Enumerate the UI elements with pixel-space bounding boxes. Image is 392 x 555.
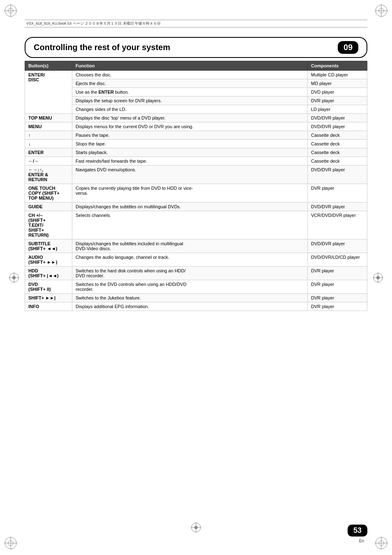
component-cell: DVR player bbox=[308, 267, 367, 280]
function-cell: Changes the audio language, channel or t… bbox=[72, 253, 308, 267]
component-cell: DVD/DVR player bbox=[308, 203, 367, 211]
component-cell: DVR player bbox=[308, 97, 367, 105]
button-cell: ↓ bbox=[25, 140, 72, 148]
button-cell: GUIDE bbox=[25, 203, 72, 211]
function-cell: Displays/changes the subtitles included … bbox=[72, 240, 308, 253]
table-row: CH +/–(SHIFT+T.EDIT/SHIFT+RETURN) Select… bbox=[25, 211, 367, 240]
function-cell: Switches to the DVD controls when using … bbox=[72, 280, 308, 294]
button-cell: SUBTITLE(SHIFT+ ◄◄) bbox=[25, 240, 72, 253]
table-row: ←/→ Fast rewinds/fast forwards the tape.… bbox=[25, 157, 367, 166]
table-row: ↑ Pauses the tape. Cassette deck bbox=[25, 131, 367, 140]
function-cell: Pauses the tape. bbox=[72, 131, 308, 140]
component-cell: Multiple CD player bbox=[308, 71, 367, 79]
component-cell: VCR/DVD/DVR player bbox=[308, 211, 367, 240]
file-reference-bar: VSX_918_818_KU.book 53 ページ ２００８年５月１５日 木曜… bbox=[25, 20, 367, 28]
table-header-button: Button(s) bbox=[25, 61, 72, 71]
page-language: En bbox=[359, 539, 364, 543]
chapter-header: Controlling the rest of your system 09 bbox=[25, 37, 367, 58]
corner-mark-tr bbox=[374, 3, 389, 19]
button-cell: ↑ bbox=[25, 131, 72, 140]
component-cell: Cassette deck bbox=[308, 131, 367, 140]
function-cell: Selects channels. bbox=[72, 211, 308, 240]
component-cell: Cassette deck bbox=[308, 140, 367, 148]
table-row: HDD(SHIFT+ |◄◄) Switches to the hard dis… bbox=[25, 267, 367, 280]
content-table: Button(s) Function Components ENTER/DISC… bbox=[25, 61, 367, 311]
button-cell: INFO bbox=[25, 302, 72, 311]
button-cell: ENTER/DISC bbox=[25, 71, 72, 114]
table-row: AUDIO(SHIFT+ ►►) Changes the audio langu… bbox=[25, 253, 367, 267]
table-row: SHIFT+ ►►| Switches to the Jukebox featu… bbox=[25, 294, 367, 302]
component-cell: DVD/DVR player bbox=[308, 240, 367, 253]
component-cell: DVD/DVR player bbox=[308, 122, 367, 131]
button-cell: ENTER bbox=[25, 148, 72, 157]
side-marks-left bbox=[8, 272, 20, 283]
file-reference-text: VSX_918_818_KU.book 53 ページ ２００８年５月１５日 木曜… bbox=[26, 21, 161, 25]
function-cell: Ejects the disc. bbox=[72, 79, 308, 88]
component-cell: DVR player bbox=[308, 294, 367, 302]
button-label: ENTER/DISC bbox=[28, 72, 45, 82]
component-cell: Cassette deck bbox=[308, 148, 367, 157]
function-cell: Switches to the Jukebox feature. bbox=[72, 294, 308, 302]
table-row: ↓ Stops the tape. Cassette deck bbox=[25, 140, 367, 148]
function-cell: Stops the tape. bbox=[72, 140, 308, 148]
function-cell: Displays the disc 'top' menu of a DVD pl… bbox=[72, 114, 308, 122]
component-cell: DVR player bbox=[308, 302, 367, 311]
button-cell: ONE TOUCHCOPY (SHIFT+TOP MENU) bbox=[25, 184, 72, 203]
button-cell: AUDIO(SHIFT+ ►►) bbox=[25, 253, 72, 267]
page-badge: 53 bbox=[348, 525, 367, 537]
component-cell: DVD player bbox=[308, 88, 367, 97]
function-cell: Navigates DVD menu/options. bbox=[72, 166, 308, 184]
table-row: Use as the ENTER button. DVD player bbox=[25, 88, 367, 97]
table-row: ENTER Starts playback. Cassette deck bbox=[25, 148, 367, 157]
component-cell: DVD/DVR player bbox=[308, 166, 367, 184]
button-cell: MENU bbox=[25, 122, 72, 131]
table-row: ONE TOUCHCOPY (SHIFT+TOP MENU) Copies th… bbox=[25, 184, 367, 203]
button-cell: TOP MENU bbox=[25, 114, 72, 122]
component-cell: DVR player bbox=[308, 280, 367, 294]
function-cell: Chooses the disc. bbox=[72, 71, 308, 79]
function-cell: Displays/changes the subtitles on multil… bbox=[72, 203, 308, 211]
table-row: Displays the setup screen for DVR player… bbox=[25, 97, 367, 105]
function-cell: Starts playback. bbox=[72, 148, 308, 157]
component-cell: DVD/DVR player bbox=[308, 114, 367, 122]
component-cell: LD player bbox=[308, 105, 367, 114]
corner-mark-bl bbox=[3, 536, 18, 552]
table-header-components: Components bbox=[308, 61, 367, 71]
component-cell: DVD/DVR/LD/CD player bbox=[308, 253, 367, 267]
table-row: GUIDE Displays/changes the subtitles on … bbox=[25, 203, 367, 211]
button-cell: HDD(SHIFT+ |◄◄) bbox=[25, 267, 72, 280]
table-row: ENTER/DISC Chooses the disc. Multiple CD… bbox=[25, 71, 367, 79]
component-cell: DVR player bbox=[308, 184, 367, 203]
function-cell: Displays the setup screen for DVR player… bbox=[72, 97, 308, 105]
table-row: SUBTITLE(SHIFT+ ◄◄) Displays/changes the… bbox=[25, 240, 367, 253]
function-cell: Copies the currently playing title from … bbox=[72, 184, 308, 203]
button-cell: SHIFT+ ►►| bbox=[25, 294, 72, 302]
button-cell: ←→↓↑,ENTER &RETURN bbox=[25, 166, 72, 184]
function-cell: Switches to the hard disk controls when … bbox=[72, 267, 308, 280]
corner-mark-tl bbox=[3, 3, 18, 19]
component-cell: MD player bbox=[308, 79, 367, 88]
function-cell: Changes sides of the LD. bbox=[72, 105, 308, 114]
function-cell: Displays menus for the current DVD or DV… bbox=[72, 122, 308, 131]
table-row: DVD(SHIFT+ II) Switches to the DVD contr… bbox=[25, 280, 367, 294]
component-cell: Cassette deck bbox=[308, 157, 367, 166]
button-cell: ←/→ bbox=[25, 157, 72, 166]
table-header-function: Function bbox=[72, 61, 308, 71]
bottom-center-mark bbox=[190, 522, 202, 534]
function-cell: Displays additional EPG information. bbox=[72, 302, 308, 311]
chapter-number: 09 bbox=[338, 41, 358, 54]
table-row: INFO Displays additional EPG information… bbox=[25, 302, 367, 311]
table-row: ←→↓↑,ENTER &RETURN Navigates DVD menu/op… bbox=[25, 166, 367, 184]
button-cell: CH +/–(SHIFT+T.EDIT/SHIFT+RETURN) bbox=[25, 211, 72, 240]
function-cell: Fast rewinds/fast forwards the tape. bbox=[72, 157, 308, 166]
button-cell: DVD(SHIFT+ II) bbox=[25, 280, 72, 294]
chapter-title: Controlling the rest of your system bbox=[34, 43, 338, 52]
footer-area: 53 En bbox=[25, 518, 367, 534]
side-marks-right bbox=[372, 272, 384, 283]
table-row: MENU Displays menus for the current DVD … bbox=[25, 122, 367, 131]
table-row: TOP MENU Displays the disc 'top' menu of… bbox=[25, 114, 367, 122]
function-cell: Use as the ENTER button. bbox=[72, 88, 308, 97]
corner-mark-br bbox=[374, 536, 389, 552]
table-row: Changes sides of the LD. LD player bbox=[25, 105, 367, 114]
table-row: Ejects the disc. MD player bbox=[25, 79, 367, 88]
